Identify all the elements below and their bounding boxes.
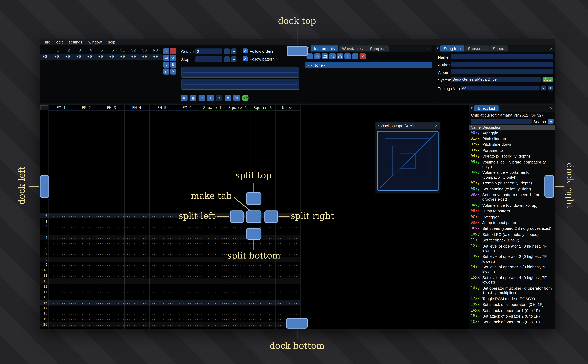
- pattern-cell[interactable]: ... .. .. ....: [124, 241, 149, 245]
- pattern-cell[interactable]: ... .. .. ....: [74, 247, 99, 250]
- pattern-cell[interactable]: ... .. .. ....: [124, 274, 149, 277]
- pattern-cell[interactable]: ... .. .. ....: [174, 285, 200, 288]
- pattern-cell[interactable]: ... .. .. ....: [74, 230, 99, 234]
- pattern-cell[interactable]: ... .. .. ....: [48, 230, 74, 234]
- pattern-cell[interactable]: ... .. .. ....: [250, 268, 275, 272]
- pattern-cell[interactable]: ... .. .. ....: [200, 312, 225, 315]
- tab-subsongs[interactable]: Subsongs: [464, 45, 489, 52]
- pattern-cell[interactable]: ... .. .. ....: [200, 296, 225, 299]
- order-move-up-button[interactable]: ∧: [170, 55, 176, 61]
- pattern-cell[interactable]: ... .. .. ....: [174, 312, 200, 315]
- pattern-row[interactable]: 9... .. .. ....... .. .. ....... .. .. .…: [40, 262, 301, 267]
- pattern-cell[interactable]: ... .. .. ....: [174, 225, 200, 228]
- order-row-index[interactable]: 00: [40, 55, 50, 59]
- pattern-cell[interactable]: ... .. .. ....: [275, 236, 300, 239]
- step-row-button[interactable]: ↓: [207, 95, 214, 101]
- pattern-cell[interactable]: ... .. .. ....: [48, 312, 74, 315]
- pattern-cell[interactable]: ... .. .. ....: [74, 328, 99, 329]
- pattern-cell[interactable]: ... .. .. ....: [124, 252, 149, 256]
- pattern-cell[interactable]: ... .. .. ....: [99, 230, 124, 234]
- pattern-cell[interactable]: ... .. .. ....: [149, 312, 174, 315]
- pattern-row[interactable]: 21... .. .. ....... .. .. ....... .. .. …: [40, 327, 301, 329]
- pattern-cell[interactable]: ... .. .. ....: [275, 285, 300, 288]
- pattern-cell[interactable]: ... .. .. ....: [174, 290, 200, 294]
- order-cell[interactable]: 00: [106, 55, 117, 59]
- order-move-down-button[interactable]: ∨: [163, 62, 169, 68]
- pattern-cell[interactable]: ... .. .. ....: [174, 296, 200, 299]
- tuning-increase-button[interactable]: +: [548, 85, 553, 91]
- pattern-cell[interactable]: ... .. .. ....: [200, 241, 225, 245]
- pattern-cell[interactable]: ... .. .. ....: [174, 306, 200, 310]
- pattern-cell[interactable]: ... .. .. ....: [275, 247, 300, 250]
- pattern-cell[interactable]: ... .. .. ....: [48, 274, 74, 277]
- pattern-cell[interactable]: ... .. .. ....: [149, 285, 174, 288]
- order-duplicate-button[interactable]: ⧉: [163, 55, 169, 61]
- pattern-cell[interactable]: ... .. .. ....: [174, 323, 200, 326]
- pattern-cell[interactable]: ... .. .. ....: [250, 323, 275, 326]
- pattern-cell[interactable]: ... .. .. ....: [99, 236, 124, 239]
- pattern-cell[interactable]: ... .. .. ....: [149, 323, 174, 326]
- order-cell[interactable]: 00: [51, 55, 62, 59]
- play-from-cursor-button[interactable]: ⇥: [198, 95, 205, 101]
- pattern-cell[interactable]: ... .. .. ....: [149, 274, 174, 277]
- menu-item-file[interactable]: file: [42, 39, 53, 45]
- pattern-cell[interactable]: ... .. .. ....: [74, 268, 99, 272]
- pattern-cell[interactable]: ... .. .. ....: [99, 258, 124, 261]
- pattern-cell[interactable]: ... .. .. ....: [74, 241, 99, 245]
- instrument-list-item-none[interactable]: ○ - None -: [305, 62, 432, 68]
- pattern-cell[interactable]: ... .. .. ....: [200, 274, 225, 277]
- pattern-cell[interactable]: ... .. .. ....: [74, 263, 99, 266]
- dock-left-target[interactable]: [40, 175, 49, 198]
- name-field[interactable]: [451, 54, 553, 59]
- move-instrument-up-button[interactable]: ↑: [344, 53, 351, 59]
- pattern-cell[interactable]: ... .. .. ....: [48, 328, 74, 329]
- order-cell[interactable]: 00: [62, 55, 73, 59]
- pattern-cell[interactable]: ... .. .. ....: [74, 252, 99, 256]
- pattern-cell[interactable]: ... .. .. ....: [74, 220, 99, 223]
- pattern-cell[interactable]: ... .. .. ....: [149, 236, 174, 239]
- pattern-cell[interactable]: ... .. .. ....: [99, 285, 124, 288]
- pattern-cell[interactable]: ... .. .. ....: [250, 312, 275, 315]
- dock-right-target[interactable]: [544, 175, 554, 198]
- tab-speed[interactable]: Speed: [489, 45, 508, 52]
- pattern-cell[interactable]: ... .. .. ....: [174, 230, 200, 234]
- order-cell[interactable]: 00: [128, 55, 139, 59]
- pattern-cell[interactable]: ... .. .. ....: [74, 323, 99, 326]
- pattern-cell[interactable]: ... .. .. ....: [99, 225, 124, 228]
- pattern-cell[interactable]: ... .. .. ....: [48, 285, 74, 288]
- pattern-cell[interactable]: ... .. .. ....: [250, 285, 275, 288]
- pattern-cell[interactable]: ... .. .. ....: [174, 279, 200, 283]
- pattern-cell[interactable]: ... .. .. ....: [99, 268, 124, 272]
- pattern-cell[interactable]: ... .. .. ....: [124, 214, 149, 218]
- pattern-cell[interactable]: ... .. .. ....: [225, 241, 250, 245]
- album-field[interactable]: [451, 69, 553, 74]
- pattern-cell[interactable]: ... .. .. ....: [99, 323, 124, 326]
- pattern-cell[interactable]: ... .. .. ....: [149, 301, 174, 305]
- pattern-cell[interactable]: ... .. .. ....: [225, 306, 250, 310]
- tab-wavetables[interactable]: Wavetables: [339, 45, 366, 52]
- save-instrument-button[interactable]: [329, 53, 336, 59]
- pattern-cell[interactable]: ... .. .. ....: [200, 323, 225, 326]
- pattern-cell[interactable]: ... .. .. ....: [200, 268, 225, 272]
- order-cell[interactable]: 00: [139, 55, 150, 59]
- order-edit-mode-button[interactable]: ➤: [170, 69, 176, 75]
- pattern-cell[interactable]: ... .. .. ....: [74, 225, 99, 228]
- pattern-cell[interactable]: ... .. .. ....: [149, 258, 174, 261]
- pattern-cell[interactable]: ... .. .. ....: [225, 328, 250, 329]
- play-from-start-button[interactable]: ◉: [190, 95, 196, 101]
- pattern-cell[interactable]: ... .. .. ....: [124, 290, 149, 294]
- pattern-cell[interactable]: ... .. .. ....: [275, 290, 300, 294]
- tab-instruments[interactable]: Instruments: [311, 45, 338, 52]
- pattern-cell[interactable]: ... .. .. ....: [48, 301, 74, 305]
- pattern-cell[interactable]: ... .. .. ....: [74, 274, 99, 277]
- close-effect-list-button[interactable]: ×: [547, 105, 555, 111]
- channel-header[interactable]: FM 2: [74, 105, 99, 111]
- pattern-cell[interactable]: ... .. .. ....: [250, 301, 275, 305]
- pattern-row[interactable]: 16... .. .. ....... .. .. ....... .. .. …: [40, 300, 301, 306]
- order-add-button[interactable]: +: [163, 48, 169, 54]
- auto-system-button[interactable]: Auto: [543, 77, 553, 82]
- pattern-cell[interactable]: ... .. .. ....: [200, 290, 225, 294]
- pattern-cell[interactable]: ... .. .. ....: [275, 241, 300, 245]
- pattern-cell[interactable]: ... .. .. ....: [275, 301, 300, 305]
- pattern-cell[interactable]: ... .. .. ....: [99, 263, 124, 266]
